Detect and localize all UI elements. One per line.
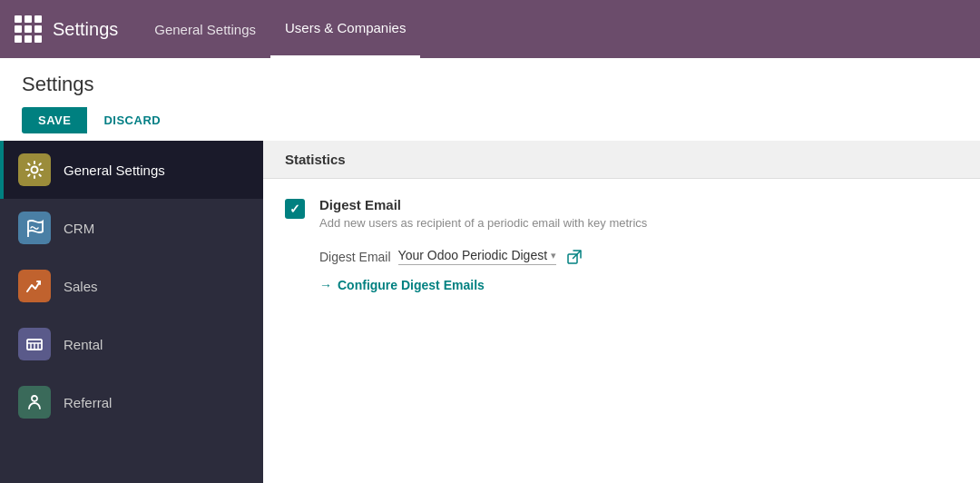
- sidebar-label-referral: Referral: [64, 395, 112, 410]
- sidebar: General Settings CRM Sales: [0, 141, 263, 483]
- digest-email-description: Add new users as recipient of a periodic…: [319, 216, 647, 230]
- app-title: Settings: [53, 19, 118, 40]
- page-title: Settings: [22, 73, 958, 96]
- nav-users-companies[interactable]: Users & Companies: [270, 0, 420, 58]
- section-statistics: Statistics: [263, 141, 980, 179]
- action-buttons: SAVE DISCARD: [22, 107, 958, 133]
- digest-email-select[interactable]: Your Odoo Periodic Digest ▾: [398, 248, 556, 265]
- sales-icon: [18, 270, 51, 302]
- configure-arrow-icon: →: [319, 278, 332, 292]
- digest-email-title: Digest Email: [319, 197, 647, 212]
- checkmark-icon: ✓: [289, 202, 300, 216]
- nav-general-settings[interactable]: General Settings: [140, 0, 270, 58]
- configure-link-text: Configure Digest Emails: [338, 278, 485, 292]
- sidebar-label-rental: Rental: [64, 337, 103, 352]
- digest-email-field-row: Digest Email Your Odoo Periodic Digest ▾: [319, 248, 958, 265]
- section-title: Statistics: [285, 152, 346, 167]
- digest-select-value: Your Odoo Periodic Digest: [398, 248, 547, 262]
- rental-icon: [18, 328, 51, 360]
- page-header: Settings SAVE DISCARD: [0, 58, 980, 141]
- svg-point-0: [32, 167, 38, 173]
- referral-icon: [18, 386, 51, 419]
- section-body: ✓ Digest Email Add new users as recipien…: [263, 179, 980, 310]
- general-settings-icon: [18, 153, 51, 186]
- digest-field-label: Digest Email: [319, 250, 391, 264]
- digest-email-info: Digest Email Add new users as recipient …: [319, 197, 647, 230]
- sidebar-label-general-settings: General Settings: [64, 163, 165, 178]
- sidebar-item-referral[interactable]: Referral: [0, 373, 263, 431]
- apps-grid-button[interactable]: [15, 15, 42, 43]
- main-layout: General Settings CRM Sales: [0, 141, 980, 483]
- crm-icon: [18, 212, 51, 244]
- svg-point-7: [32, 396, 37, 401]
- top-nav: Settings General Settings Users & Compan…: [0, 0, 980, 58]
- sidebar-item-sales[interactable]: Sales: [0, 257, 263, 315]
- sidebar-label-crm: CRM: [64, 221, 94, 236]
- save-button[interactable]: SAVE: [22, 107, 87, 133]
- sidebar-item-crm[interactable]: CRM: [0, 199, 263, 257]
- dropdown-arrow-icon: ▾: [551, 250, 556, 261]
- sidebar-item-general-settings[interactable]: General Settings: [0, 141, 263, 199]
- discard-button[interactable]: DISCARD: [87, 107, 177, 133]
- content-area: Statistics ✓ Digest Email Add new users …: [263, 141, 980, 483]
- sidebar-label-sales: Sales: [64, 279, 98, 294]
- digest-external-link-icon[interactable]: [567, 250, 582, 264]
- sidebar-item-rental[interactable]: Rental: [0, 315, 263, 373]
- digest-email-setting: ✓ Digest Email Add new users as recipien…: [285, 197, 958, 230]
- configure-digest-emails-link[interactable]: → Configure Digest Emails: [319, 278, 958, 292]
- digest-email-checkbox[interactable]: ✓: [285, 199, 305, 219]
